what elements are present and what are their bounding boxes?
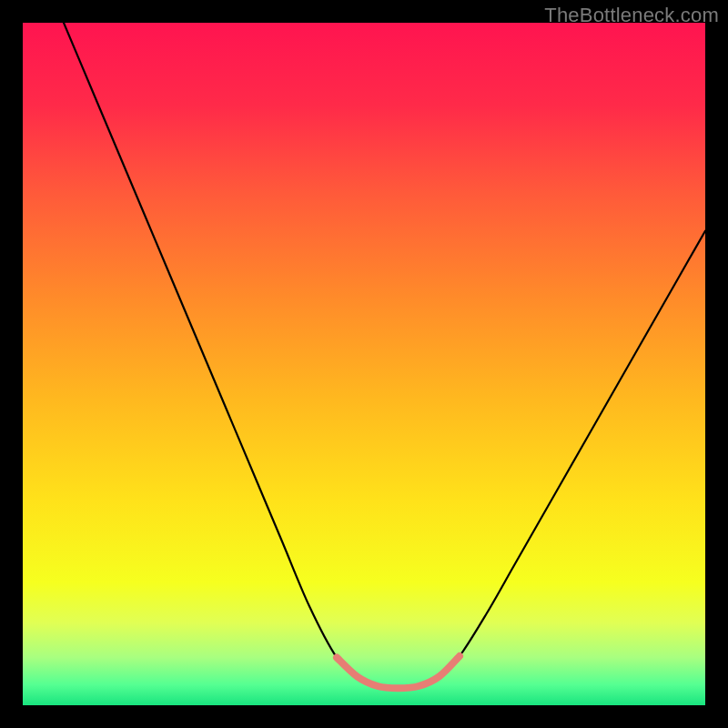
watermark-text: TheBottleneck.com xyxy=(544,4,719,27)
chart-frame: TheBottleneck.com xyxy=(0,0,728,728)
bottleneck-chart xyxy=(23,23,705,705)
gradient-background xyxy=(23,23,705,705)
plot-area xyxy=(23,23,705,705)
